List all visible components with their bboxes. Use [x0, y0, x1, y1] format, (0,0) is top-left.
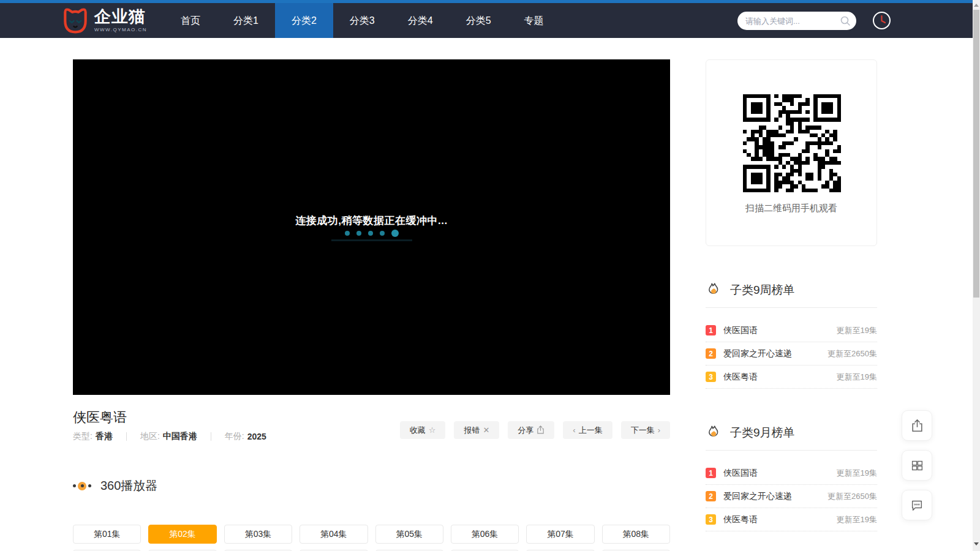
video-player[interactable]: 连接成功,稍等数据正在缓冲中...	[73, 59, 670, 395]
qr-caption: 扫描二维码用手机观看	[706, 203, 876, 214]
rank-badge: 1	[706, 468, 716, 478]
qr-grid-icon	[911, 459, 924, 472]
search-icon[interactable]	[840, 15, 851, 26]
nav-item-category3[interactable]: 分类3	[333, 3, 391, 38]
loading-dots	[73, 229, 670, 238]
meta-divider	[126, 432, 127, 441]
episode-button-04[interactable]: 第04集	[300, 525, 368, 544]
chat-bubble-icon	[910, 498, 924, 512]
episode-button-08[interactable]: 第08集	[602, 525, 670, 544]
rank-badge: 2	[706, 348, 716, 359]
episode-button-02[interactable]: 第02集	[148, 525, 216, 544]
episode-button-06[interactable]: 第06集	[451, 525, 519, 544]
favorite-button[interactable]: 收藏☆	[400, 421, 446, 439]
rank-item[interactable]: 3 侠医粤语 更新至19集	[706, 508, 877, 531]
rank-badge: 3	[706, 514, 716, 525]
rank-item[interactable]: 1 侠医国语 更新至19集	[706, 462, 877, 485]
logo-title: 企业猫	[94, 9, 147, 25]
episode-list: 第01集 第02集 第03集 第04集 第05集 第06集 第07集 第08集	[73, 525, 670, 544]
nav-item-category4[interactable]: 分类4	[391, 3, 450, 38]
video-title: 侠医粤语	[73, 408, 127, 427]
report-error-button[interactable]: 报错✕	[454, 421, 499, 439]
rank-item[interactable]: 1 侠医国语 更新至19集	[706, 319, 877, 342]
player-source-header: 360播放器	[73, 478, 157, 494]
flame-icon	[706, 424, 722, 441]
meta-year-value[interactable]: 2025	[247, 432, 266, 441]
chevron-right-icon: ›	[658, 425, 660, 435]
qr-code-card: 扫描二维码用手机观看	[706, 59, 877, 246]
nav-item-topics[interactable]: 专题	[508, 3, 560, 38]
scrollbar-up-arrow[interactable]	[974, 4, 979, 7]
monthly-rank-section: 子类9月榜单 1 侠医国语 更新至19集 2 爱回家之开心速递 更新至2650集…	[706, 424, 877, 531]
nav-item-category5[interactable]: 分类5	[450, 3, 508, 38]
close-icon: ✕	[483, 425, 489, 435]
loading-track	[331, 239, 412, 241]
scrollbar-down-arrow[interactable]	[974, 542, 979, 545]
episode-button-01[interactable]: 第01集	[73, 525, 141, 544]
nav-item-category1[interactable]: 分类1	[217, 3, 275, 38]
topbar: 企业猫 WWW.QYMAO.CN 首页 分类1 分类2 分类3 分类4 分类5 …	[0, 3, 980, 38]
meta-region-label: 地区:	[140, 431, 160, 442]
next-episode-button[interactable]: 下一集›	[621, 421, 670, 439]
weekly-rank-title: 子类9周榜单	[730, 282, 795, 298]
rank-item[interactable]: 2 爱回家之开心速递 更新至2650集	[706, 342, 877, 365]
share-icon	[537, 425, 545, 434]
rank-badge: 1	[706, 325, 716, 335]
rank-item[interactable]: 3 侠医粤语 更新至19集	[706, 365, 877, 389]
rank-badge: 2	[706, 491, 716, 501]
site-logo[interactable]: 企业猫 WWW.QYMAO.CN	[60, 6, 147, 36]
meta-type-value[interactable]: 香港	[96, 431, 113, 442]
scrollbar-thumb[interactable]	[973, 10, 979, 298]
main-nav: 首页 分类1 分类2 分类3 分类4 分类5 专题	[164, 3, 560, 38]
prev-episode-button[interactable]: ‹上一集	[563, 421, 612, 439]
qr-code	[743, 94, 841, 192]
player-dots-icon	[73, 482, 91, 490]
search-input[interactable]	[737, 12, 856, 30]
float-feedback-button[interactable]	[902, 490, 932, 520]
rank-badge: 3	[706, 372, 716, 382]
nav-item-category2[interactable]: 分类2	[275, 3, 333, 38]
episode-button-07[interactable]: 第07集	[526, 525, 594, 544]
cat-logo-icon	[60, 6, 91, 36]
share-icon	[911, 419, 924, 432]
video-meta: 类型: 香港 地区: 中国香港 年份: 2025	[73, 431, 266, 442]
chevron-left-icon: ‹	[573, 425, 575, 435]
episode-button-05[interactable]: 第05集	[375, 525, 443, 544]
buffering-status-text: 连接成功,稍等数据正在缓冲中...	[73, 214, 670, 228]
meta-year-label: 年份:	[225, 431, 244, 442]
meta-type-label: 类型:	[73, 431, 92, 442]
float-share-button[interactable]	[902, 410, 932, 441]
flame-icon	[706, 282, 722, 298]
nav-item-home[interactable]: 首页	[164, 3, 217, 38]
monthly-rank-title: 子类9月榜单	[730, 425, 795, 441]
rank-item[interactable]: 2 爱回家之开心速递 更新至2650集	[706, 485, 877, 508]
logo-subtitle: WWW.QYMAO.CN	[94, 28, 147, 32]
action-bar: 收藏☆ 报错✕ 分享 ‹上一集 下一集›	[407, 421, 670, 439]
page-scrollbar[interactable]	[973, 0, 980, 551]
meta-region-value[interactable]: 中国香港	[163, 431, 197, 442]
episode-button-03[interactable]: 第03集	[224, 525, 292, 544]
star-icon: ☆	[429, 425, 436, 435]
float-qr-button[interactable]	[902, 450, 932, 481]
meta-divider	[211, 432, 211, 441]
weekly-rank-section: 子类9周榜单 1 侠医国语 更新至19集 2 爱回家之开心速递 更新至2650集…	[706, 282, 877, 389]
player-source-title: 360播放器	[100, 478, 157, 494]
share-button[interactable]: 分享	[508, 421, 554, 439]
history-clock-icon[interactable]	[872, 11, 891, 30]
